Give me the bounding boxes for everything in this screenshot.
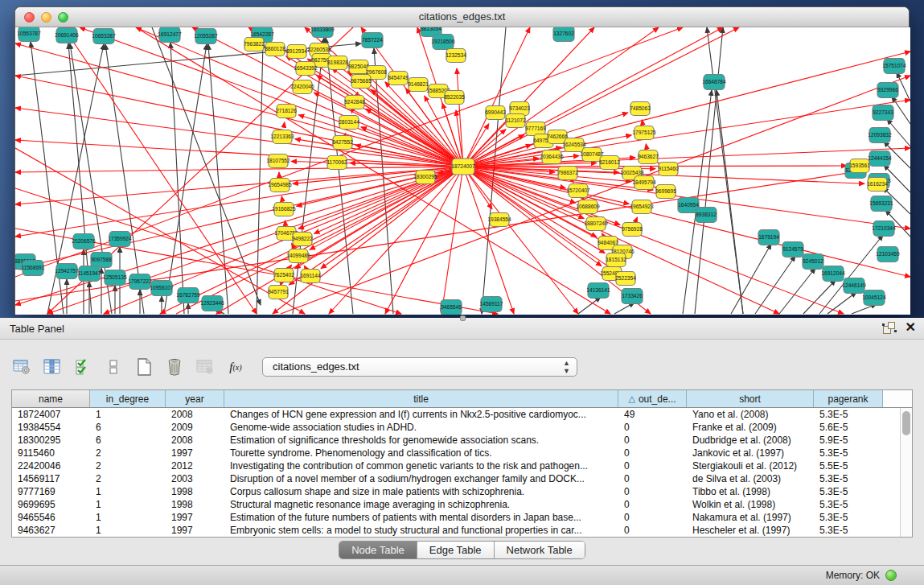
- graph-node[interactable]: 1170062: [326, 156, 347, 170]
- graph-node[interactable]: 2718126: [276, 105, 297, 118]
- graph-node[interactable]: 14136141: [586, 283, 610, 299]
- graph-node[interactable]: 19384554: [487, 213, 511, 227]
- network-frame-window[interactable]: citations_edges.txt 10553787206914061065…: [14, 6, 910, 314]
- graph-node[interactable]: 9329966: [877, 83, 898, 98]
- graph-node[interactable]: 11568691: [22, 261, 45, 276]
- table-settings-icon[interactable]: [11, 356, 32, 377]
- graph-node[interactable]: 11451947: [78, 266, 101, 282]
- graph-node[interactable]: 7625402: [273, 269, 294, 282]
- function-builder-icon[interactable]: f(x): [225, 356, 246, 377]
- table-panel-header[interactable]: Table Panel ✕: [0, 318, 924, 340]
- graph-node[interactable]: 8454749: [388, 72, 409, 85]
- graph-node[interactable]: 12446149: [842, 278, 866, 294]
- graph-node[interactable]: 9463627: [638, 150, 659, 164]
- graph-node[interactable]: 20206576: [72, 234, 96, 249]
- splitter-grip[interactable]: [460, 315, 466, 321]
- column-header-title[interactable]: title: [224, 390, 618, 407]
- graph-node[interactable]: 7963822: [244, 38, 265, 51]
- graph-node[interactable]: 12505135: [103, 270, 127, 286]
- graph-node[interactable]: 8860128: [265, 43, 285, 56]
- table-row[interactable]: 969969511998Structural magnetic resonanc…: [12, 498, 912, 511]
- graph-node[interactable]: 16782759: [176, 288, 200, 303]
- graph-node[interactable]: 12444154: [868, 151, 892, 167]
- graph-node[interactable]: 10553787: [17, 27, 41, 42]
- graph-node[interactable]: 15720407: [566, 184, 590, 198]
- graph-node[interactable]: 18807249: [584, 217, 608, 231]
- graph-node[interactable]: 19654985: [268, 179, 292, 192]
- table-row[interactable]: 911546021997Tourette syndrome. Phenomeno…: [12, 447, 912, 459]
- row-height-icon[interactable]: [103, 356, 124, 377]
- graph-node[interactable]: 9242848: [344, 96, 365, 109]
- graph-node[interactable]: 8198328: [327, 56, 348, 70]
- graph-node[interactable]: 1691144: [300, 270, 321, 283]
- graph-node[interactable]: 12093832: [868, 128, 892, 143]
- graph-node[interactable]: 8522035: [444, 91, 465, 105]
- graph-node[interactable]: 12942757: [55, 264, 79, 279]
- graph-node[interactable]: 18107552: [266, 154, 290, 168]
- graph-node[interactable]: 20691406: [55, 28, 79, 43]
- scrollbar-thumb[interactable]: [902, 411, 910, 435]
- tab-network-table[interactable]: Network Table: [495, 542, 585, 558]
- table-select-dropdown[interactable]: citations_edges.txt ▲▼: [262, 357, 577, 377]
- graph-node[interactable]: 1121072: [505, 114, 526, 128]
- graph-node[interactable]: 6216012: [599, 156, 620, 170]
- graph-node[interactable]: 9457791: [268, 286, 289, 299]
- float-panel-icon[interactable]: [883, 321, 896, 334]
- new-table-icon[interactable]: [133, 356, 154, 377]
- graph-node[interactable]: 7485063: [630, 102, 651, 116]
- column-header-out-degree[interactable]: △ out_de...: [618, 390, 687, 407]
- graph-node[interactable]: 6990443: [485, 106, 506, 120]
- column-header-pagerank[interactable]: pagerank: [814, 390, 883, 407]
- graph-node[interactable]: 9875685: [351, 75, 372, 89]
- graph-node[interactable]: 7857224: [362, 33, 383, 48]
- graph-node[interactable]: 12103459: [876, 247, 900, 262]
- graph-node[interactable]: 22420046: [290, 80, 314, 94]
- graph-node[interactable]: 12055287: [194, 29, 218, 44]
- graph-node[interactable]: 20364436: [540, 150, 564, 164]
- graph-node[interactable]: 16648784: [702, 75, 726, 90]
- graph-node[interactable]: 17957223: [128, 274, 152, 290]
- column-header-in-degree[interactable]: in_degree: [90, 390, 166, 407]
- network-canvas[interactable]: 1055378720691406106532871691247712055287…: [15, 27, 910, 315]
- graph-node[interactable]: 17359924: [108, 232, 132, 247]
- graph-node[interactable]: 9227343: [873, 105, 893, 121]
- graph-node[interactable]: 9699695: [655, 185, 676, 199]
- graph-node[interactable]: 12923446: [200, 296, 224, 311]
- graph-node[interactable]: 1232534: [446, 49, 466, 63]
- graph-node[interactable]: 9146821: [408, 78, 429, 92]
- graph-node[interactable]: 9097588: [91, 253, 112, 268]
- table-row[interactable]: 946554611997Estimation of the future num…: [12, 511, 912, 524]
- graph-node[interactable]: 19218506: [431, 35, 455, 50]
- graph-node[interactable]: 8427552: [332, 136, 353, 150]
- graph-node[interactable]: 2803144: [339, 116, 359, 130]
- graph-node[interactable]: 15751074: [882, 59, 906, 74]
- graph-node[interactable]: 7986372: [557, 167, 578, 180]
- graph-node[interactable]: 1593561: [849, 159, 870, 173]
- select-rows-icon[interactable]: [72, 356, 93, 377]
- graph-node[interactable]: 10958107: [150, 281, 174, 296]
- graph-node[interactable]: 16543392: [294, 62, 318, 76]
- memory-status-indicator[interactable]: [885, 570, 897, 581]
- graph-node[interactable]: 9115460: [658, 163, 679, 176]
- graph-node[interactable]: 12213363: [270, 130, 294, 144]
- graph-node[interactable]: 1327602: [553, 27, 574, 42]
- window-titlebar[interactable]: citations_edges.txt: [15, 7, 909, 27]
- delete-icon[interactable]: [164, 356, 185, 377]
- show-columns-icon[interactable]: [42, 356, 63, 377]
- graph-node[interactable]: 10688609: [576, 200, 600, 214]
- graph-node[interactable]: 9124579: [782, 242, 803, 257]
- table-row[interactable]: 2242004622012Investigating the contribut…: [12, 459, 912, 472]
- graph-node[interactable]: 17210344: [872, 221, 896, 237]
- graph-node[interactable]: 9498222: [292, 233, 313, 246]
- graph-node[interactable]: 9465546: [441, 300, 462, 315]
- graph-node[interactable]: 18495794: [632, 176, 656, 190]
- table-row[interactable]: 1938455462009Genome-wide association stu…: [12, 421, 912, 434]
- tab-edge-table[interactable]: Edge Table: [417, 542, 495, 558]
- graph-node[interactable]: 9756928: [622, 223, 643, 237]
- column-header-year[interactable]: year: [166, 390, 224, 407]
- graph-node[interactable]: 14569117: [480, 297, 503, 312]
- graph-node[interactable]: 8938312: [696, 208, 717, 223]
- graph-node[interactable]: 15693231: [869, 196, 893, 212]
- graph-node[interactable]: 14099489: [286, 249, 310, 263]
- graph-node[interactable]: 1815132: [606, 253, 626, 267]
